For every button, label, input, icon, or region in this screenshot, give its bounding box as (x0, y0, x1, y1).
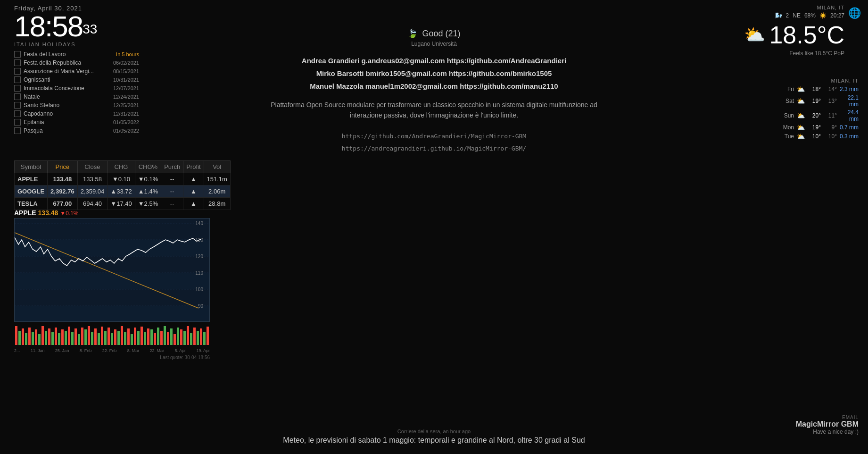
chart-x-label: 25. Jan (55, 348, 69, 353)
holidays-title: ITALIAN HOLIDAYS (14, 42, 139, 47)
svg-rect-25 (41, 326, 44, 345)
stock-profit: ▲ (183, 173, 204, 185)
svg-rect-68 (183, 331, 186, 345)
stock-symbol: TESLA (15, 198, 48, 210)
svg-rect-48 (117, 331, 120, 345)
weather-location: MILAN, IT (744, 5, 844, 10)
forecast-icon: ⛅ (797, 112, 805, 119)
holiday-item: Ognissanti 10/31/2021 (14, 76, 139, 83)
humidity: 68% (804, 12, 816, 19)
forecast-low: 13° (824, 98, 837, 104)
holiday-icon (14, 59, 21, 66)
news-headline: Meteo, le previsioni di sabato 1 maggio:… (246, 436, 623, 445)
wind-icon: 🌬️ (775, 12, 782, 19)
stock-chg-pct: ▼0.1% (135, 173, 161, 185)
forecast-high: 19° (808, 98, 821, 104)
globe-icon: 🌐 (848, 7, 861, 19)
chart-x-label: 11. Jan (31, 348, 45, 353)
stock-header-chg: CHG (107, 161, 135, 173)
temperature-main: 18.5°C (769, 21, 844, 49)
holiday-name: Festa della Repubblica (24, 59, 110, 66)
holiday-item: Festa del Lavoro In 5 hours (14, 51, 139, 58)
stock-header-close: Close (77, 161, 107, 173)
holiday-icon (14, 119, 21, 126)
svg-rect-46 (111, 333, 113, 345)
svg-rect-43 (101, 327, 103, 345)
svg-rect-17 (15, 326, 17, 345)
forecast-rows: Fri ⛅ 18° 14° 2.3 mm Sat ⛅ 19° 13° 22.1 … (736, 85, 859, 140)
svg-rect-53 (134, 328, 136, 345)
forecast-high: 19° (808, 124, 821, 131)
cloud-icon: ⛅ (744, 25, 765, 45)
current-weather-row: 🌬️ 2 NE 68% ☀️ 20:27 (744, 12, 844, 19)
stock-close: 133.58 (77, 173, 107, 185)
weather-time: 20:27 (830, 12, 844, 19)
svg-rect-75 (207, 327, 209, 345)
center-panel: 🍃 Good (21) Lugano Università Andrea Gra… (179, 28, 689, 155)
forecast-icon: ⛅ (797, 97, 805, 105)
svg-rect-23 (35, 329, 37, 345)
chart-x-label: 22. Feb (102, 348, 117, 353)
holiday-item: Pasqua 01/05/2022 (14, 127, 139, 134)
stock-chg: ▲33.72 (107, 185, 135, 198)
stock-chart-svg: 140 130 120 110 100 90 (15, 219, 210, 322)
holiday-item: Capodanno 12/31/2021 (14, 110, 139, 117)
air-quality-status: 🍃 Good (21) (179, 28, 689, 39)
svg-rect-51 (127, 328, 130, 345)
stocks-section: SymbolPriceCloseCHGCHG%PurchProfitVol AP… (14, 160, 210, 210)
svg-rect-36 (78, 334, 80, 345)
holiday-name: Capodanno (24, 110, 110, 117)
svg-rect-27 (48, 328, 50, 345)
stock-chg-pct: ▲1.4% (135, 185, 161, 198)
holiday-date: 08/15/2021 (113, 68, 139, 74)
holiday-name: Natale (24, 93, 110, 100)
svg-rect-58 (150, 329, 153, 345)
stocks-table: SymbolPriceCloseCHGCHG%PurchProfitVol AP… (14, 160, 231, 210)
link-1: https://github.com/AndreaGrandieri/Magic… (179, 130, 689, 143)
project-description: Piattaforma Open Source modulare per tra… (269, 100, 599, 121)
holiday-date: 01/05/2022 (113, 119, 139, 125)
news-panel: Corriere della sera, an hour ago Meteo, … (246, 429, 623, 445)
svg-rect-64 (170, 328, 173, 345)
stock-profit: ▲ (183, 198, 204, 210)
forecast-location: MILAN, IT (736, 78, 859, 84)
stock-chart: 140 130 120 110 100 90 (14, 218, 210, 322)
forecast-rain: 0.3 mm (840, 133, 859, 140)
holiday-date: 12/31/2021 (113, 111, 139, 117)
stock-header-purch: Purch (161, 161, 183, 173)
email-panel: EMAIL MagicMirror GBM Have a nice day :) (796, 415, 859, 435)
svg-rect-57 (147, 328, 149, 345)
forecast-rain: 22.1 mm (840, 94, 859, 108)
stock-chg: ▼17.40 (107, 198, 135, 210)
svg-rect-39 (88, 326, 90, 345)
svg-rect-26 (45, 331, 47, 345)
holiday-icon (14, 76, 21, 83)
holiday-date: 06/02/2021 (113, 60, 139, 66)
svg-rect-35 (74, 328, 77, 345)
stock-chg: ▼0.10 (107, 173, 135, 185)
forecast-day: Sun (781, 112, 794, 119)
forecast-rain: 2.3 mm (840, 86, 859, 92)
holiday-item: Immacolata Concezione 12/07/2021 (14, 85, 139, 92)
chart-x-label: 2... (14, 348, 20, 353)
temperature-row: ⛅ 18.5°C (744, 21, 844, 49)
svg-rect-41 (94, 328, 97, 345)
svg-rect-65 (174, 334, 176, 345)
chart-x-label: 8. Feb (80, 348, 92, 353)
forecast-low: 14° (824, 86, 837, 92)
holiday-name: Festa del Lavoro (24, 51, 113, 58)
svg-rect-73 (200, 328, 202, 345)
stock-purch: -- (161, 198, 183, 210)
feels-like: Feels like 18.5°C PoP (744, 50, 844, 57)
svg-rect-62 (164, 326, 166, 345)
svg-text:120: 120 (195, 254, 203, 259)
stock-header-chg%: CHG% (135, 161, 161, 173)
forecast-low: 11° (824, 112, 837, 119)
svg-rect-37 (81, 328, 83, 345)
svg-rect-67 (180, 329, 182, 345)
svg-rect-70 (190, 333, 192, 345)
svg-rect-18 (18, 331, 21, 345)
email-subtitle: Have a nice day :) (796, 429, 859, 435)
holiday-icon (14, 102, 21, 109)
svg-rect-32 (65, 331, 67, 345)
